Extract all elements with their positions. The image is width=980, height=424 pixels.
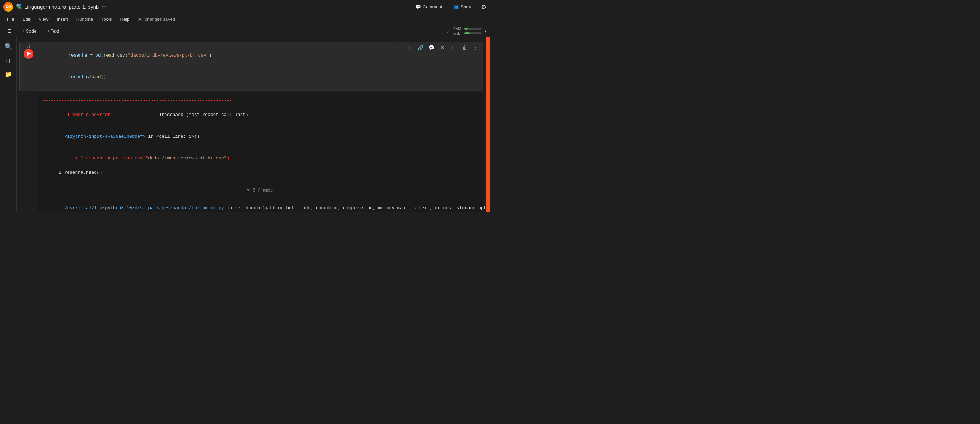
run-icon bbox=[27, 51, 31, 56]
notebook-title[interactable]: Linguagem natural parte 1.ipynb bbox=[24, 4, 99, 10]
toolbar-left: ☰ + Code + Text bbox=[3, 27, 63, 35]
delete-cell-icon[interactable]: 🗑 bbox=[461, 43, 469, 52]
comment-cell-icon[interactable]: 💬 bbox=[427, 43, 436, 52]
more-cell-icon[interactable]: ⋮ bbox=[472, 43, 480, 52]
ram-label: RAM bbox=[453, 27, 463, 31]
runtime-dropdown-arrow[interactable]: ▾ bbox=[484, 29, 487, 33]
menu-view[interactable]: View bbox=[35, 15, 52, 23]
link-icon[interactable]: 🔗 bbox=[416, 43, 425, 52]
cell-toolbar: ↑ ↓ 🔗 💬 ⚙ □ 🗑 ⋮ bbox=[394, 43, 480, 52]
expand-cell-icon[interactable]: □ bbox=[449, 43, 458, 52]
menu-bar: File Edit View Insert Runtime Tools Help… bbox=[0, 14, 490, 25]
star-icon[interactable]: ☆ bbox=[102, 3, 107, 10]
all-changes-saved: All changes saved bbox=[138, 17, 175, 22]
colab-logo-icon: CO bbox=[3, 2, 13, 12]
top-bar-right: 💬 Comment 👥 Share ⚙ bbox=[413, 3, 487, 11]
output-traceback-header: FileNotFoundError Traceback (most recent… bbox=[43, 104, 477, 126]
output-area: ----------------------------------------… bbox=[37, 92, 483, 212]
top-bar-left: CO Linguagem natural parte 1.ipynb ☆ bbox=[3, 2, 107, 12]
colab-logo: CO bbox=[3, 2, 13, 12]
comment-button[interactable]: 💬 Comment bbox=[413, 3, 445, 11]
comment-icon: 💬 bbox=[415, 4, 421, 10]
menu-help[interactable]: Help bbox=[117, 15, 133, 23]
share-label: Share bbox=[461, 4, 473, 10]
menu-insert[interactable]: Insert bbox=[53, 15, 72, 23]
frames-label: 6 frames bbox=[253, 187, 273, 194]
drive-icon bbox=[16, 3, 22, 10]
move-down-icon[interactable]: ↓ bbox=[405, 43, 414, 52]
menu-edit[interactable]: Edit bbox=[19, 15, 33, 23]
sidebar-item-files[interactable]: 📁 bbox=[2, 68, 14, 80]
sidebar: 🔍 { } 📁 bbox=[0, 37, 17, 212]
main-content: 🔍 { } 📁 0s resenha = pd.read_csv("dados/… bbox=[0, 37, 490, 212]
pandas-link[interactable]: /usr/local/lib/python3.10/dist-packages/… bbox=[64, 206, 224, 210]
move-up-icon[interactable]: ↑ bbox=[394, 43, 402, 52]
output-ipython-link-line: <ipython-input-4-a30ae5b0ddef> in <cell … bbox=[43, 126, 477, 147]
cell-gutter: 0s bbox=[20, 42, 37, 91]
menu-tools[interactable]: Tools bbox=[98, 15, 115, 23]
notebook-area: 0s resenha = pd.read_csv("dados/imdb-rev… bbox=[17, 37, 486, 212]
menu-file[interactable]: File bbox=[3, 15, 18, 23]
sidebar-toggle-icon: ☰ bbox=[7, 29, 11, 33]
menu-runtime[interactable]: Runtime bbox=[73, 15, 96, 23]
sidebar-toggle-button[interactable]: ☰ bbox=[3, 27, 15, 35]
sidebar-item-code[interactable]: { } bbox=[2, 54, 14, 67]
right-accent-bar bbox=[486, 37, 490, 212]
disk-bar bbox=[465, 32, 482, 34]
settings-icon[interactable]: ⚙ bbox=[481, 3, 487, 11]
ram-bar bbox=[465, 28, 482, 30]
toolbar-right: ✓ RAM Disk ▾ bbox=[446, 27, 487, 35]
frames-section: ⇅ 6 frames bbox=[43, 186, 477, 194]
share-icon: 👥 bbox=[453, 4, 459, 10]
add-code-button[interactable]: + Code bbox=[18, 27, 40, 35]
output-arrow-line-1: ----> 1 resenha = pd.read_csv("dados/imd… bbox=[43, 147, 477, 169]
ram-disk-indicator: RAM Disk bbox=[453, 27, 482, 35]
settings-cell-icon[interactable]: ⚙ bbox=[438, 43, 447, 52]
sidebar-item-search[interactable]: 🔍 bbox=[2, 40, 14, 53]
comment-label: Comment bbox=[423, 4, 442, 10]
top-bar: CO Linguagem natural parte 1.ipynb ☆ 💬 C… bbox=[0, 0, 490, 14]
share-button[interactable]: 👥 Share bbox=[450, 3, 476, 11]
output-pandas-link-line: /usr/local/lib/python3.10/dist-packages/… bbox=[43, 198, 477, 212]
output-dashes: ----------------------------------------… bbox=[43, 97, 477, 104]
cell-number: 0s bbox=[27, 44, 30, 48]
menu-left: File Edit View Insert Runtime Tools Help… bbox=[3, 15, 175, 23]
add-text-button[interactable]: + Text bbox=[43, 27, 63, 35]
run-button[interactable] bbox=[24, 49, 33, 59]
code-cell: 0s resenha = pd.read_csv("dados/imdb-rev… bbox=[19, 41, 483, 91]
disk-label: Disk bbox=[453, 32, 463, 35]
output-line-2: 2 resenha.head() bbox=[43, 169, 477, 177]
frames-arrows-icon: ⇅ bbox=[247, 186, 250, 194]
code-line-2: resenha.head() bbox=[41, 66, 479, 88]
connected-check-icon: ✓ bbox=[446, 29, 450, 34]
toolbar-row: ☰ + Code + Text ✓ RAM Disk ▾ bbox=[0, 25, 490, 37]
ipython-link[interactable]: <ipython-input-4-a30ae5b0ddef> bbox=[64, 134, 145, 139]
